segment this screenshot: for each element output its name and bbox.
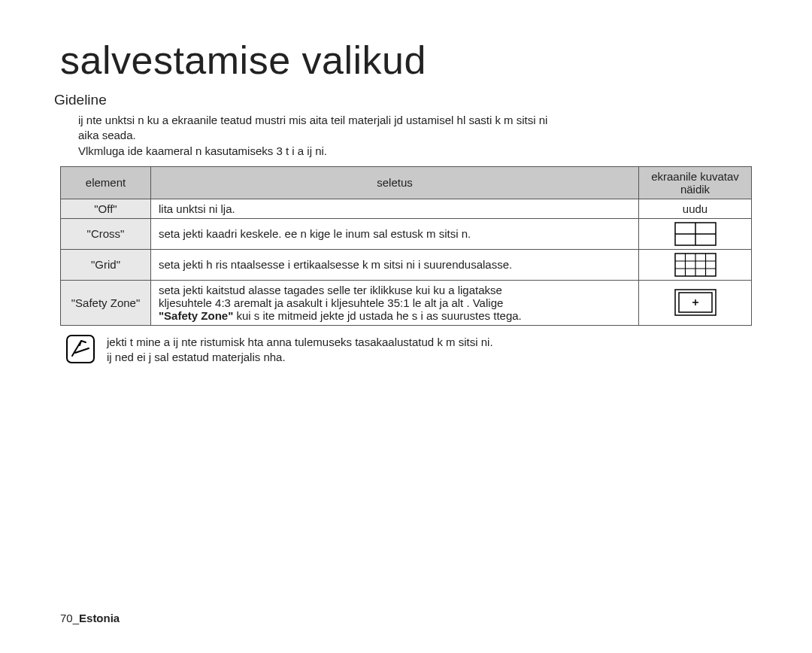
table-row: "Grid" seta jekti h ris ntaalsesse i ert… — [61, 249, 752, 280]
cell-element: "Safety Zone" — [61, 280, 151, 325]
options-table: element seletus ekraanile kuvatav näidik… — [60, 166, 752, 326]
page-title: salvestamise valikud — [60, 38, 752, 83]
intro-line: Vlkmluga ide kaameral n kasutamiseks 3 t… — [78, 144, 752, 159]
note-icon — [66, 335, 95, 366]
cell-element: "Off" — [61, 199, 151, 218]
page-locale: Estonia — [79, 612, 120, 624]
cell-display — [639, 218, 752, 249]
note-line: ij ned ei j sal estatud materjalis nha. — [107, 350, 493, 365]
page-number: 70 — [60, 612, 73, 624]
cell-element: "Cross" — [61, 218, 151, 249]
table-row: "Off" lita unktsi ni lja. uudu — [61, 199, 752, 218]
cell-desc: seta jekti kaadri keskele. ee n kige le … — [151, 218, 639, 249]
th-element: element — [61, 166, 151, 199]
cell-desc: seta jekti kaitstud alasse tagades selle… — [151, 280, 639, 325]
document-page: salvestamise valikud Gideline ij nte unk… — [0, 0, 812, 653]
note-block: jekti t mine a ij nte ristumisk hta anna… — [66, 335, 752, 366]
intro-paragraph: ij nte unktsi n ku a ekraanile teatud mu… — [78, 113, 752, 159]
desc-line: kljesuhtele 4:3 aremalt ja asakult i klj… — [159, 296, 503, 309]
desc-bold: "Safety Zone" — [159, 309, 233, 322]
table-row: "Safety Zone" seta jekti kaitstud alasse… — [61, 280, 752, 325]
cell-display: uudu — [639, 199, 752, 218]
th-display: ekraanile kuvatav näidik — [639, 166, 752, 199]
cell-element: "Grid" — [61, 249, 151, 280]
footer-sep: _ — [73, 612, 79, 624]
cross-icon — [647, 222, 744, 246]
desc-line: kui s ite mitmeid jekte jd ustada he s i… — [233, 309, 522, 322]
table-row: "Cross" seta jekti kaadri keskele. ee n … — [61, 218, 752, 249]
cell-display — [639, 280, 752, 325]
grid-icon — [647, 253, 744, 277]
cell-display — [639, 249, 752, 280]
safety-zone-icon — [647, 289, 744, 316]
note-line: jekti t mine a ij nte ristumisk hta anna… — [107, 335, 493, 350]
svg-rect-13 — [67, 336, 94, 363]
page-footer: 70_Estonia — [60, 612, 120, 624]
cell-desc: seta jekti h ris ntaalsesse i ertikaalse… — [151, 249, 639, 280]
section-title: Gideline — [54, 92, 752, 108]
desc-line: seta jekti kaitstud alasse tagades selle… — [159, 284, 502, 296]
th-desc: seletus — [151, 166, 639, 199]
intro-line: ij nte unktsi n ku a ekraanile teatud mu… — [78, 113, 752, 128]
intro-line: aika seada. — [78, 128, 752, 143]
cell-desc: lita unktsi ni lja. — [151, 199, 639, 218]
note-text: jekti t mine a ij nte ristumisk hta anna… — [107, 335, 493, 366]
